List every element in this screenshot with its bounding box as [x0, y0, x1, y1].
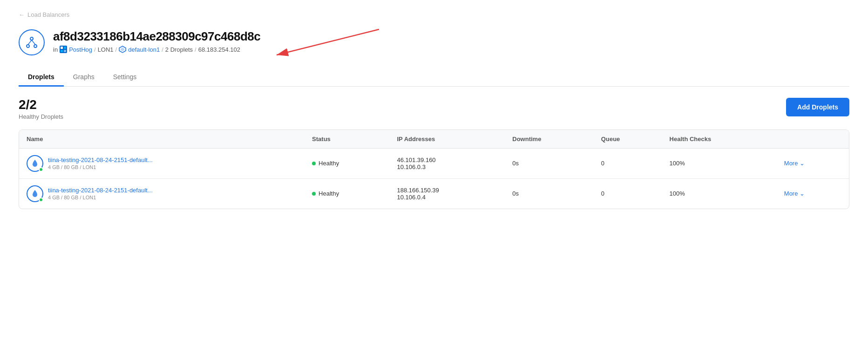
cell-queue-1: 0 — [594, 178, 662, 209]
droplet-icon-wrap-1 — [27, 185, 43, 202]
svg-rect-8 — [61, 47, 63, 49]
col-downtime: Downtime — [505, 130, 594, 149]
status-text-1: Healthy — [319, 190, 339, 197]
tab-graphs[interactable]: Graphs — [64, 68, 104, 87]
back-label: Load Balancers — [27, 11, 69, 18]
col-status: Status — [305, 130, 389, 149]
droplets-table: Name Status IP Addresses Downtime Queue … — [19, 129, 849, 209]
col-queue: Queue — [594, 130, 662, 149]
cell-health-0: 100% — [662, 148, 777, 178]
breadcrumb-project[interactable]: PostHog — [69, 46, 92, 53]
svg-marker-13 — [121, 48, 124, 51]
ip-secondary-1: 10.106.0.4 — [397, 194, 497, 201]
droplet-status-dot-1 — [39, 197, 43, 202]
healthy-count: 2/2 — [19, 98, 63, 112]
page-title: af8d3233186b14ae288309c97c468d8c — [53, 29, 260, 44]
svg-point-0 — [30, 37, 33, 40]
droplet-info-0: tiina-testing-2021-08-24-2151-default...… — [48, 156, 153, 170]
chevron-down-icon-1: ⌄ — [800, 190, 805, 197]
cell-status-0: Healthy — [305, 148, 389, 178]
posthog-icon — [60, 46, 67, 53]
breadcrumb-vpc[interactable]: default-lon1 — [128, 46, 160, 53]
droplet-info-1: tiina-testing-2021-08-24-2151-default...… — [48, 187, 153, 200]
droplet-name-1[interactable]: tiina-testing-2021-08-24-2151-default... — [48, 187, 153, 194]
back-arrow-icon: ← — [19, 11, 25, 18]
table-row: tiina-testing-2021-08-24-2151-default...… — [19, 148, 849, 178]
ip-primary-0: 46.101.39.160 — [397, 156, 497, 163]
healthy-label: Healthy Droplets — [19, 113, 63, 120]
droplet-name-0[interactable]: tiina-testing-2021-08-24-2151-default... — [48, 156, 153, 163]
chevron-down-icon-0: ⌄ — [800, 160, 805, 167]
breadcrumb-prefix: in — [53, 46, 58, 53]
lb-icon — [19, 29, 45, 55]
annotation-arrow — [249, 25, 398, 62]
table-row: tiina-testing-2021-08-24-2151-default...… — [19, 178, 849, 209]
cell-health-1: 100% — [662, 178, 777, 209]
svg-rect-10 — [61, 50, 63, 52]
more-button-1[interactable]: More ⌄ — [784, 190, 805, 197]
cell-queue-0: 0 — [594, 148, 662, 178]
stats-bar: 2/2 Healthy Droplets Add Droplets — [19, 98, 849, 120]
droplet-status-dot-0 — [39, 167, 43, 172]
cell-name-0: tiina-testing-2021-08-24-2151-default...… — [19, 148, 305, 178]
col-name: Name — [19, 130, 305, 149]
cell-name-1: tiina-testing-2021-08-24-2151-default...… — [19, 178, 305, 209]
status-text-0: Healthy — [319, 160, 339, 167]
cell-status-1: Healthy — [305, 178, 389, 209]
breadcrumb-ip: 68.183.254.102 — [198, 46, 240, 53]
ip-secondary-0: 10.106.0.3 — [397, 163, 497, 170]
status-dot-1 — [312, 192, 316, 196]
header-text: af8d3233186b14ae288309c97c468d8c in — [53, 29, 260, 53]
tabs: Droplets Graphs Settings — [19, 68, 849, 87]
breadcrumb-region: LON1 — [98, 46, 114, 53]
droplet-sub-1: 4 GB / 80 GB / LON1 — [48, 195, 153, 200]
svg-point-2 — [34, 45, 37, 48]
header-section: af8d3233186b14ae288309c97c468d8c in — [19, 29, 849, 55]
table-header-row: Name Status IP Addresses Downtime Queue … — [19, 130, 849, 149]
vpc-icon — [119, 46, 126, 53]
cell-more-0: More ⌄ — [777, 148, 849, 178]
breadcrumb: in PostHog / LON1 / — [53, 46, 260, 53]
annotation-container: af8d3233186b14ae288309c97c468d8c — [53, 29, 260, 44]
healthy-stats: 2/2 Healthy Droplets — [19, 98, 63, 120]
tab-settings[interactable]: Settings — [104, 68, 146, 87]
cell-ip-1: 188.166.150.39 10.106.0.4 — [389, 178, 505, 209]
svg-rect-9 — [64, 47, 66, 49]
ip-primary-1: 188.166.150.39 — [397, 187, 497, 194]
droplet-icon-wrap-0 — [27, 155, 43, 172]
col-health: Health Checks — [662, 130, 777, 149]
more-button-0[interactable]: More ⌄ — [784, 160, 805, 167]
tab-droplets[interactable]: Droplets — [19, 68, 64, 87]
cell-ip-0: 46.101.39.160 10.106.0.3 — [389, 148, 505, 178]
cell-more-1: More ⌄ — [777, 178, 849, 209]
cell-downtime-1: 0s — [505, 178, 594, 209]
svg-line-3 — [28, 40, 32, 45]
col-actions — [777, 130, 849, 149]
col-ip: IP Addresses — [389, 130, 505, 149]
svg-point-1 — [27, 45, 29, 48]
cell-downtime-0: 0s — [505, 148, 594, 178]
svg-line-6 — [277, 29, 379, 55]
add-droplets-button[interactable]: Add Droplets — [786, 98, 849, 116]
back-link[interactable]: ← Load Balancers — [19, 11, 849, 18]
droplet-sub-0: 4 GB / 80 GB / LON1 — [48, 164, 153, 170]
svg-line-4 — [32, 40, 35, 45]
status-dot-0 — [312, 162, 316, 165]
svg-rect-11 — [64, 50, 66, 52]
breadcrumb-droplets: 2 Droplets — [165, 46, 193, 53]
